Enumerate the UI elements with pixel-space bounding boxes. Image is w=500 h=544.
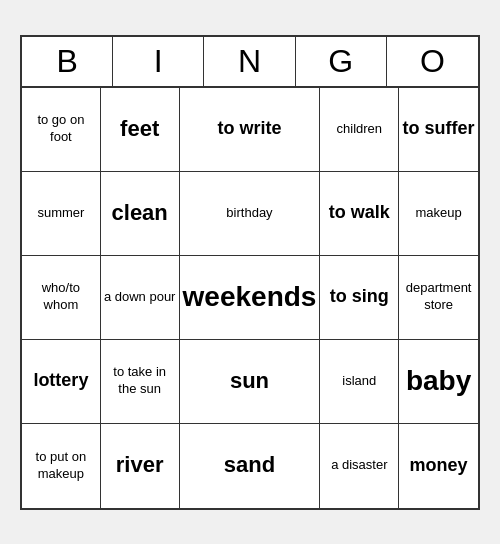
- bingo-cell: who/to whom: [22, 256, 101, 340]
- bingo-cell: feet: [101, 88, 180, 172]
- bingo-cell: to sing: [320, 256, 399, 340]
- header-letter: O: [387, 37, 478, 86]
- header-letter: B: [22, 37, 113, 86]
- bingo-cell: department store: [399, 256, 478, 340]
- bingo-cell: money: [399, 424, 478, 508]
- bingo-cell: children: [320, 88, 399, 172]
- bingo-cell: birthday: [180, 172, 321, 256]
- header-letter: I: [113, 37, 204, 86]
- bingo-card: BINGO to go on footfeetto writechildrent…: [20, 35, 480, 510]
- bingo-cell: to walk: [320, 172, 399, 256]
- bingo-cell: to go on foot: [22, 88, 101, 172]
- bingo-grid: to go on footfeetto writechildrento suff…: [22, 88, 478, 508]
- bingo-cell: to suffer: [399, 88, 478, 172]
- bingo-cell: river: [101, 424, 180, 508]
- bingo-cell: to write: [180, 88, 321, 172]
- bingo-cell: baby: [399, 340, 478, 424]
- bingo-cell: makeup: [399, 172, 478, 256]
- bingo-cell: island: [320, 340, 399, 424]
- bingo-cell: summer: [22, 172, 101, 256]
- bingo-cell: to put on makeup: [22, 424, 101, 508]
- bingo-cell: to take in the sun: [101, 340, 180, 424]
- bingo-header: BINGO: [22, 37, 478, 88]
- header-letter: N: [204, 37, 295, 86]
- bingo-cell: lottery: [22, 340, 101, 424]
- bingo-cell: weekends: [180, 256, 321, 340]
- bingo-cell: clean: [101, 172, 180, 256]
- header-letter: G: [296, 37, 387, 86]
- bingo-cell: a disaster: [320, 424, 399, 508]
- bingo-cell: sun: [180, 340, 321, 424]
- bingo-cell: a down pour: [101, 256, 180, 340]
- bingo-cell: sand: [180, 424, 321, 508]
